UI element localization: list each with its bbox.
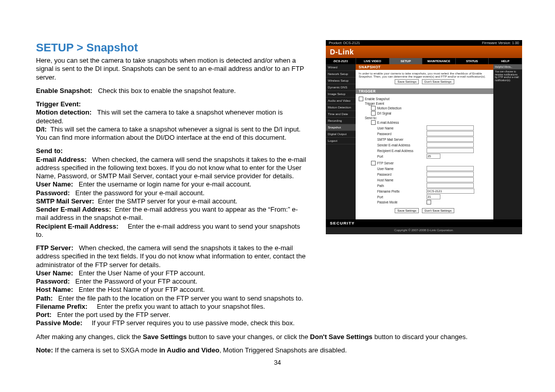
ftp-user-label: User Name: [36,269,73,277]
ftp-server-checkbox[interactable] [371,161,376,165]
recipient-label: Recipient E-mail Address: [36,222,119,230]
ftp-port-label: Port: [36,311,51,319]
copyright-text: Copyright © 2007-2008 D-Link Corporation… [326,227,522,234]
dont-save-settings-button-top[interactable]: Don't Save Settings [422,79,454,84]
di-label: D/I: [36,125,47,133]
intro-text: Here, you can set the camera to take sna… [36,57,308,328]
password-text: Enter the password for your e-mail accou… [76,189,205,197]
save-settings-button-top[interactable]: Save Settings [395,79,419,84]
snapshot-form: Enable Snapshot Trigger Event Motion Det… [356,94,493,219]
ftp-host-label: Host Name: [36,286,73,293]
sidebar-item-logout[interactable]: Logout [326,138,356,144]
ftp-path-input[interactable] [427,183,474,188]
passive-mode-checkbox[interactable] [427,200,431,204]
passive-text: If your FTP server requires you to use p… [91,319,294,327]
nav-help[interactable]: HELP [489,58,522,64]
sender-label: Sender E-mail Address: [36,206,111,213]
user-name-text: Enter the username or login name for you… [79,180,251,188]
enable-snapshot-checkbox[interactable] [359,97,363,101]
ftp-host-text: Enter the Host Name of your FTP account. [79,286,205,293]
helpful-hints-header: Helpful Hints.. [493,64,522,69]
ftp-filename-prefix-input[interactable]: DCS-2121 [427,189,474,194]
motion-detection-checkbox[interactable] [371,106,376,110]
trigger-section-header: TRIGGER [356,88,493,94]
ftp-pass-label: Password: [36,277,70,285]
sidebar-item-wireless-setup[interactable]: Wireless Setup [326,78,356,84]
ftp-pass-text: Enter the Password of your FTP account. [76,277,198,285]
smtp-label: SMTP Mail Server: [36,197,94,205]
ftp-port-text: Enter the port used by the FTP server. [57,311,170,319]
sidebar-item-wizard[interactable]: Wizard [326,64,356,71]
ftp-prefix-label: Filename Prefix: [36,303,87,310]
ftp-path-label: Path: [36,294,53,302]
sidebar-item-audio-video[interactable]: Audio and Video [326,98,356,104]
nav-status[interactable]: STATUS [456,58,489,64]
page-number: 34 [0,359,555,366]
ftp-port-input[interactable]: 21 [427,194,440,199]
smtp-server-input[interactable] [427,137,474,142]
ftp-prefix-text: Enter the prefix you want to attach to y… [97,303,265,310]
sidebar-item-image-setup[interactable]: Image Setup [326,91,356,98]
nav-model: DCS-2121 [326,58,356,64]
ftp-server-text: When checked, the camera will send the s… [36,244,306,269]
top-nav: DCS-2121 LIVE VIDEO SETUP MAINTENANCE ST… [326,58,522,64]
user-name-label: User Name: [36,180,73,188]
helpful-hints-text: You can choose to receive notifications … [493,69,522,83]
email-port-input[interactable]: 25 [427,154,440,159]
trigger-event-group: Trigger Event [359,102,384,105]
trigger-event-label: Trigger Event: [36,100,81,108]
sidebar-item-network-setup[interactable]: Network Setup [326,71,356,78]
sidebar-item-motion-detection[interactable]: Motion Detection [326,104,356,111]
sidebar: Wizard Network Setup Wireless Setup Dyna… [326,64,356,219]
ftp-path-text: Enter the file path to the location on t… [58,294,303,302]
passive-label: Passive Mode: [36,319,82,327]
sidebar-item-dynamic-dns[interactable]: Dynamic DNS [326,84,356,91]
send-to-group: Send to: [359,116,377,120]
sender-email-input[interactable] [427,142,474,147]
security-footer: SECURITY [326,219,522,227]
sidebar-item-time-date[interactable]: Time and Date [326,111,356,118]
enable-snapshot-text: Check this box to enable the snapshot fe… [98,87,236,95]
smtp-text: Enter the SMTP server for your e-mail ac… [98,197,237,205]
email-password-input[interactable] [427,131,474,136]
ftp-user-name-input[interactable] [427,166,474,171]
nav-setup[interactable]: SETUP [390,58,423,64]
save-settings-button-bottom[interactable]: Save Settings [395,208,419,213]
dont-save-settings-button-bottom[interactable]: Don't Save Settings [422,208,454,213]
product-label: Product: DCS-2121 [329,41,360,45]
email-address-label: E-mail Address: [36,156,87,163]
email-address-checkbox[interactable] [371,120,376,125]
helpful-hints-panel: Helpful Hints.. You can choose to receiv… [493,64,522,219]
di-text: This will set the camera to take a snaps… [36,125,301,141]
sidebar-item-digital-output[interactable]: Digital Output [326,131,356,138]
ftp-server-label: FTP Server: [36,244,73,252]
camera-ui-screenshot: Product: DCS-2121 Firmware Version: 1.00… [326,40,522,234]
document-page: SETUP > Snapshot Here, you can set the c… [0,0,555,392]
main-panel: SNAPSHOT In order to enable your camera … [356,64,493,219]
ftp-host-name-input[interactable] [427,177,474,182]
ftp-user-text: Enter the User Name of your FTP account. [79,269,205,277]
sidebar-item-recording[interactable]: Recording [326,118,356,124]
ftp-password-input[interactable] [427,172,474,177]
dlink-logo: D-Link [330,48,354,56]
snapshot-section-text: In order to enable your camera to take s… [359,72,486,78]
nav-maintenance[interactable]: MAINTENANCE [422,58,456,64]
motion-detection-label: Motion detection: [36,108,91,116]
firmware-label: Firmware Version: 1.00 [482,41,519,45]
snapshot-section-header: SNAPSHOT [356,64,493,70]
send-to-label: Send to: [36,147,63,155]
wide-text: After making any changes, click the Save… [36,333,519,355]
recipient-email-input[interactable] [427,148,474,153]
di-signal-checkbox[interactable] [371,111,376,116]
password-label: Password: [36,189,70,197]
enable-snapshot-label: Enable Snapshot: [36,87,92,95]
nav-live-video[interactable]: LIVE VIDEO [356,58,390,64]
sidebar-item-snapshot[interactable]: Snapshot [326,124,356,131]
email-user-name-input[interactable] [427,125,474,130]
